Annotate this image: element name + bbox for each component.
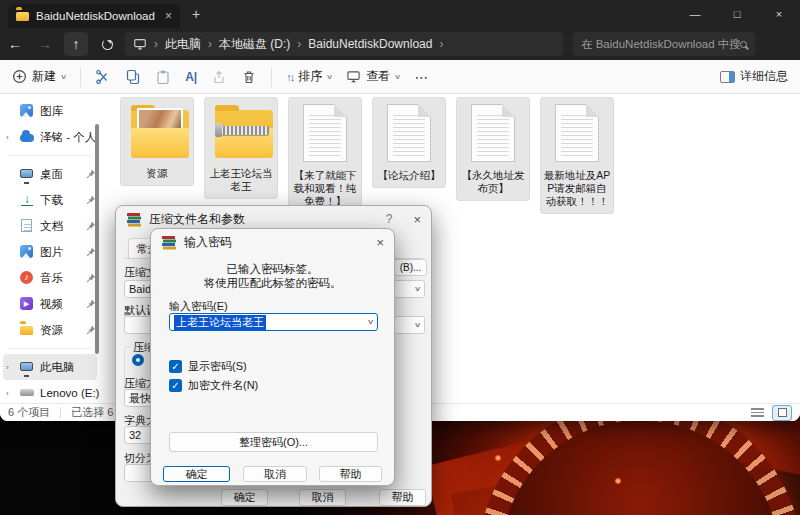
method-value: 最快	[129, 391, 151, 406]
cut-icon[interactable]	[95, 69, 111, 85]
close-icon[interactable]: ×	[376, 235, 384, 250]
sidebar-scrollbar[interactable]	[95, 124, 99, 354]
list-view-icon[interactable]	[751, 408, 764, 417]
file-item-ziyuan[interactable]: 资源	[120, 97, 194, 186]
text-document-icon	[543, 104, 611, 166]
file-label: 最新地址及APP请发邮箱自动获取！！！	[543, 169, 611, 208]
file-label: 【来了就能下载和观看！纯免费！】	[291, 169, 359, 208]
expand-chevron-icon[interactable]: ›	[6, 389, 14, 398]
sidebar-item-music[interactable]: ♪ 音乐	[0, 265, 100, 291]
file-item-text-2[interactable]: 【论坛介绍】	[372, 97, 446, 188]
tab-title: BaiduNetdiskDownload	[36, 10, 159, 22]
file-label: 资源	[123, 167, 191, 180]
file-item-zip-folder[interactable]: 上老王论坛当老王	[204, 97, 278, 199]
rename-icon[interactable]: A|	[185, 70, 197, 84]
new-button[interactable]: 新建 ∨	[12, 68, 66, 85]
rar-dialog-title: 压缩文件名和参数	[149, 211, 245, 228]
details-label: 详细信息	[740, 68, 788, 85]
sort-button[interactable]: ↑↓ 排序 ∨	[286, 68, 332, 85]
command-toolbar: 新建 ∨ A|	[0, 60, 800, 94]
file-label: 上老王论坛当老王	[207, 167, 275, 193]
copy-icon[interactable]	[125, 69, 141, 85]
large-icons-view-toggle[interactable]	[772, 405, 792, 421]
more-options-icon[interactable]: ⋯	[414, 69, 429, 85]
file-item-text-4[interactable]: 最新地址及APP请发邮箱自动获取！！！	[540, 97, 614, 214]
file-item-text-1[interactable]: 【来了就能下载和观看！纯免费！】	[288, 97, 362, 214]
share-icon[interactable]	[211, 69, 227, 85]
sidebar-divider	[8, 348, 92, 349]
sidebar-item-desktop[interactable]: 桌面	[0, 161, 100, 187]
sidebar-item-lenovo-drive[interactable]: › Lenovo (E:)	[0, 380, 100, 403]
chevron-down-icon: ∨	[326, 73, 333, 81]
new-tab-button[interactable]: +	[192, 6, 200, 22]
paste-icon[interactable]	[155, 69, 171, 85]
sidebar-item-videos[interactable]: ▶ 视频	[0, 291, 100, 317]
explorer-tab[interactable]: BaiduNetdiskDownload ×	[8, 4, 180, 28]
refresh-icon[interactable]	[102, 39, 113, 50]
details-pane-button[interactable]: 详细信息	[720, 68, 788, 85]
close-icon[interactable]: ×	[413, 212, 421, 227]
expand-chevron-icon[interactable]: ›	[6, 363, 14, 372]
drive-icon	[20, 386, 34, 400]
back-button[interactable]: ←	[0, 36, 30, 52]
encrypt-filenames-checkbox[interactable]: ✓ 加密文件名(N)	[169, 378, 258, 393]
password-ok-button[interactable]: 确定	[163, 466, 230, 482]
crumb-current-folder[interactable]: BaiduNetdiskDownload	[308, 37, 432, 51]
rar-help-button[interactable]: 帮助	[379, 489, 426, 506]
file-item-text-3[interactable]: 【永久地址发布页】	[456, 97, 530, 201]
format-rar-radio[interactable]	[132, 354, 144, 366]
window-controls: — □ ×	[674, 0, 800, 28]
pictures-icon	[20, 245, 34, 259]
password-value-selected: 上老王论坛当老王	[174, 315, 266, 330]
text-document-icon	[375, 104, 443, 166]
crumb-drive-d[interactable]: 本地磁盘 (D:)	[219, 36, 290, 53]
desktop-icon	[20, 167, 34, 181]
help-icon[interactable]: ?	[386, 212, 393, 226]
onedrive-cloud-icon	[20, 130, 34, 144]
sidebar-item-pictures[interactable]: 图片	[0, 239, 100, 265]
password-cancel-button[interactable]: 取消	[243, 466, 307, 482]
up-button[interactable]: ↑	[64, 32, 88, 56]
close-button[interactable]: ×	[758, 0, 800, 28]
crumb-this-pc[interactable]: 此电脑	[165, 36, 201, 53]
sidebar-item-gallery[interactable]: 图库	[0, 98, 100, 124]
expand-chevron-icon[interactable]: ›	[6, 133, 14, 142]
sidebar-item-ziyuan[interactable]: 资源	[0, 317, 100, 343]
sort-label: 排序	[298, 68, 322, 85]
password-combobox[interactable]: 上老王论坛当老王 ∨	[169, 313, 378, 331]
crumb-separator: ›	[154, 37, 158, 51]
password-help-button[interactable]: 帮助	[319, 466, 382, 482]
text-document-icon	[291, 104, 359, 166]
chevron-down-icon: ∨	[414, 321, 422, 329]
view-button[interactable]: 查看 ∨	[346, 68, 400, 85]
navigation-sidebar: 图库 › 泽铭 - 个人 桌面 ↓ 下载	[0, 94, 100, 403]
minimize-button[interactable]: —	[674, 0, 716, 28]
search-input[interactable]: 在 BaiduNetdiskDownload 中搜索	[573, 32, 755, 56]
maximize-button[interactable]: □	[716, 0, 758, 28]
text-document-icon	[459, 104, 527, 166]
sidebar-item-this-pc[interactable]: › 此电脑	[3, 354, 97, 380]
sidebar-item-documents[interactable]: 文档	[0, 213, 100, 239]
forward-button[interactable]: →	[30, 36, 60, 52]
new-plus-icon	[12, 69, 27, 84]
rar-ok-button[interactable]: 确定	[221, 489, 268, 506]
address-bar: ← → ↑ › 此电脑 › 本地磁盘 (D:) › BaiduNetdiskDo…	[0, 28, 800, 60]
password-input-label: 输入密码(E)	[169, 299, 228, 314]
rar-cancel-button[interactable]: 取消	[299, 489, 346, 506]
encrypt-filenames-label: 加密文件名(N)	[188, 378, 258, 393]
browse-button[interactable]: (B)...	[394, 259, 427, 276]
breadcrumb[interactable]: › 此电脑 › 本地磁盘 (D:) › BaiduNetdiskDownload…	[125, 32, 563, 56]
music-icon: ♪	[20, 271, 34, 285]
delete-icon[interactable]	[241, 69, 257, 85]
tab-close-icon[interactable]: ×	[165, 9, 172, 23]
sidebar-item-onedrive[interactable]: › 泽铭 - 个人	[0, 124, 100, 150]
show-password-checkbox[interactable]: ✓ 显示密码(S)	[169, 359, 247, 374]
organize-passwords-button[interactable]: 整理密码(O)...	[169, 432, 378, 452]
folder-icon	[20, 323, 34, 337]
wallpaper-spark	[495, 455, 501, 461]
videos-icon: ▶	[20, 297, 34, 311]
search-placeholder: 在 BaiduNetdiskDownload 中搜索	[581, 37, 740, 52]
password-dialog-title: 输入密码	[184, 234, 232, 251]
sidebar-item-downloads[interactable]: ↓ 下载	[0, 187, 100, 213]
wallpaper-spark	[615, 478, 621, 484]
